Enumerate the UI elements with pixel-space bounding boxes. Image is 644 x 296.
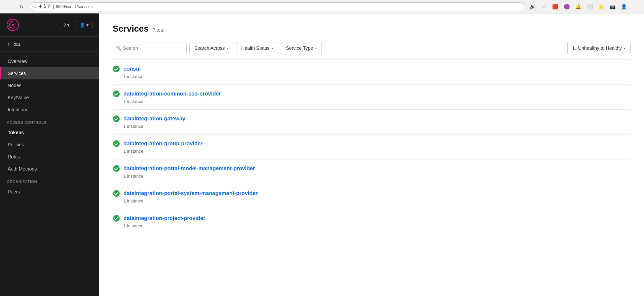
sidebar-datacenter: ✳ dc1 — [0, 37, 99, 52]
service-list-item[interactable]: dataintegration-project-provider 1 insta… — [113, 209, 631, 234]
sidebar-item-label-keyvalue: Key/Value — [8, 95, 29, 100]
sidebar-item-label-peers: Peers — [8, 189, 20, 194]
svg-point-8 — [113, 215, 120, 222]
service-type-chevron-icon: ▾ — [315, 46, 317, 50]
svg-point-3 — [113, 90, 120, 97]
service-name[interactable]: dataintegration-project-provider — [123, 215, 205, 221]
svg-point-4 — [113, 115, 120, 122]
health-check-icon — [113, 140, 120, 147]
service-name[interactable]: dataintegration-portal-model-management-… — [123, 165, 255, 172]
service-list-item[interactable]: dataintegration-group-provider 1 instanc… — [113, 135, 631, 159]
service-type-button[interactable]: Service Type ▾ — [281, 42, 322, 54]
read-aloud-icon[interactable]: 🔊 — [528, 2, 537, 11]
consul-logo-icon — [7, 19, 19, 31]
search-input[interactable] — [113, 42, 187, 54]
separator: | — [53, 4, 54, 9]
sidebar-item-intentions[interactable]: Intentions — [0, 104, 99, 116]
search-across-button[interactable]: Search Across ▾ — [189, 42, 233, 54]
split-view-icon[interactable]: ⬜ — [585, 2, 594, 11]
filters-bar: 🔍 Search Across ▾ Health Status ▾ Servic… — [113, 42, 631, 60]
service-name[interactable]: dataintegration-portal-system-management… — [123, 190, 258, 196]
service-list-item[interactable]: dataintegration-portal-system-management… — [113, 184, 631, 209]
sidebar-item-roles[interactable]: Roles — [0, 151, 99, 163]
security-warning-icon: ⚠ — [33, 4, 37, 9]
health-check-icon — [113, 215, 120, 222]
service-name[interactable]: consul — [123, 66, 141, 72]
sidebar-item-label-roles: Roles — [8, 154, 20, 159]
service-instances: 1 instance — [113, 74, 631, 79]
extension2-icon[interactable]: 🟣 — [562, 2, 571, 11]
user-chevron: ▾ — [86, 23, 89, 28]
health-status-chevron-icon: ▾ — [271, 46, 273, 50]
sort-chevron-icon: ▾ — [624, 46, 626, 50]
sidebar-nav: Overview Services Nodes Key/Value Intent… — [0, 52, 99, 201]
service-list-item[interactable]: dataintegration-gateway 1 instance — [113, 110, 631, 135]
help-button[interactable]: ? ▾ — [60, 21, 73, 29]
service-item-header: dataintegration-project-provider — [113, 215, 631, 222]
sidebar-item-policies[interactable]: Policies — [0, 139, 99, 151]
sidebar-logo — [7, 19, 19, 31]
search-across-label: Search Across — [194, 45, 225, 51]
favorites-icon[interactable]: ☆ — [539, 2, 548, 11]
service-item-header: dataintegration-common-sso-provider — [113, 90, 631, 98]
service-name[interactable]: dataintegration-group-provider — [123, 141, 203, 147]
page-header: Services 7 total — [113, 24, 631, 34]
sort-label: Unhealthy to Healthy — [578, 45, 622, 51]
service-item-header: consul — [113, 65, 631, 73]
sidebar-item-keyvalue[interactable]: Key/Value — [0, 91, 99, 104]
health-check-icon — [113, 115, 120, 122]
sidebar-item-label-services: Services — [8, 71, 26, 76]
service-instances: 1 instance — [113, 124, 631, 129]
service-item-header: dataintegration-portal-system-management… — [113, 190, 631, 197]
collections-icon[interactable]: 🔔 — [573, 2, 583, 11]
health-status-button[interactable]: Health Status ▾ — [236, 42, 278, 54]
sidebar-item-auth-methods[interactable]: Auth Methods — [0, 163, 99, 175]
service-instances: 1 instance — [113, 223, 631, 228]
health-check-icon — [113, 65, 120, 73]
sidebar-item-tokens[interactable]: Tokens — [0, 126, 99, 139]
service-name[interactable]: dataintegration-common-sso-provider — [123, 91, 221, 97]
user-icon: 👤 — [80, 23, 85, 28]
sidebar-item-label-auth-methods: Auth Methods — [8, 166, 37, 172]
sidebar-item-overview[interactable]: Overview — [0, 55, 99, 67]
profile-icon[interactable]: 👤 — [619, 2, 629, 11]
service-instances: 1 instance — [113, 174, 631, 179]
sort-button[interactable]: ⇅ Unhealthy to Healthy ▾ — [567, 42, 631, 54]
service-instances: 1 instance — [113, 198, 631, 204]
sidebar-item-label-policies: Policies — [8, 142, 24, 147]
main-content: Services 7 total 🔍 Search Across ▾ Healt… — [99, 13, 644, 296]
sidebar-item-nodes[interactable]: Nodes — [0, 79, 99, 91]
service-type-label: Service Type — [286, 45, 313, 51]
favorites-bar-icon[interactable]: ⭐ — [596, 2, 606, 11]
service-list-item[interactable]: dataintegration-portal-model-management-… — [113, 159, 631, 184]
service-item-header: dataintegration-portal-model-management-… — [113, 165, 631, 172]
health-check-icon — [113, 190, 120, 197]
user-button[interactable]: 👤 ▾ — [76, 21, 92, 29]
svg-point-1 — [12, 24, 14, 26]
browser-refresh-button[interactable]: ↻ — [17, 2, 26, 11]
access-controls-section-label: Access Controls — [0, 116, 99, 126]
screenshot-icon[interactable]: 📷 — [608, 2, 617, 11]
service-list-item[interactable]: consul 1 instance — [113, 60, 631, 85]
services-list: consul 1 instance dataintegration-common… — [113, 60, 631, 234]
service-name[interactable]: dataintegration-gateway — [123, 116, 185, 122]
sidebar-item-label-intentions: Intentions — [8, 107, 28, 112]
sidebar-item-peers[interactable]: Peers — [0, 186, 99, 198]
browser-address-bar: ⚠ 不安全 | 8500/ui/dc1/services — [30, 2, 524, 11]
health-check-icon — [113, 90, 120, 98]
sidebar-header: ? ▾ 👤 ▾ — [0, 13, 99, 37]
datacenter-icon: ✳ — [7, 41, 11, 47]
search-across-chevron-icon: ▾ — [227, 46, 228, 50]
service-list-item[interactable]: dataintegration-common-sso-provider 1 in… — [113, 85, 631, 110]
sidebar-item-services[interactable]: Services — [0, 67, 99, 79]
browser-back-button[interactable]: ← — [4, 2, 13, 11]
security-warning-text: 不安全 — [39, 4, 51, 9]
svg-point-7 — [113, 190, 120, 197]
more-icon[interactable]: ⋯ — [631, 2, 640, 11]
svg-point-5 — [113, 140, 120, 147]
health-check-icon — [113, 165, 120, 172]
organization-section-label: Organization — [0, 175, 99, 186]
sidebar-item-label-nodes: Nodes — [8, 83, 21, 88]
sidebar-item-label-overview: Overview — [8, 59, 27, 64]
extension1-icon[interactable]: 🟥 — [551, 2, 560, 11]
